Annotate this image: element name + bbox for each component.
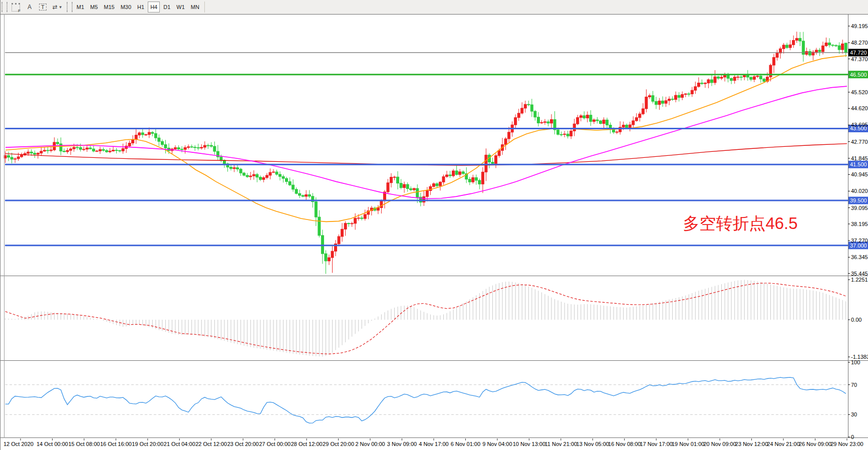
chart-canvas[interactable]: 47.72046.50043.50041.50039.50037.00049.1… <box>1 14 868 450</box>
svg-text:19 Nov 01:00: 19 Nov 01:00 <box>672 441 704 447</box>
svg-text:16 Oct 16:00: 16 Oct 16:00 <box>100 441 132 447</box>
svg-text:40.945: 40.945 <box>851 171 868 177</box>
svg-text:21 Oct 04:00: 21 Oct 04:00 <box>164 441 195 447</box>
svg-text:6 Nov 01:00: 6 Nov 01:00 <box>451 441 480 447</box>
svg-text:48.270: 48.270 <box>851 40 868 46</box>
svg-text:70: 70 <box>851 382 857 388</box>
timeframe-button-group: M1M5M15M30H1H4D1W1MN <box>74 2 202 13</box>
timeframe-button-m5[interactable]: M5 <box>88 2 100 13</box>
timeframe-button-m1[interactable]: M1 <box>74 2 87 13</box>
timeframe-button-m30[interactable]: M30 <box>118 2 134 13</box>
svg-text:22 Oct 12:00: 22 Oct 12:00 <box>195 441 227 447</box>
chevron-down-icon: ▼ <box>59 5 63 10</box>
toolbar-drag-handle[interactable] <box>67 2 73 12</box>
svg-text:17 Nov 17:00: 17 Nov 17:00 <box>640 441 672 447</box>
svg-text:42.770: 42.770 <box>851 139 868 145</box>
svg-text:23 Nov 12:00: 23 Nov 12:00 <box>735 441 768 447</box>
svg-text:23 Oct 20:00: 23 Oct 20:00 <box>227 441 259 447</box>
svg-text:1.2251: 1.2251 <box>851 277 868 283</box>
svg-text:38.195: 38.195 <box>851 221 868 227</box>
svg-text:35.445: 35.445 <box>851 271 868 277</box>
svg-text:10 Nov 13:00: 10 Nov 13:00 <box>513 441 545 447</box>
svg-text:14 Oct 00:00: 14 Oct 00:00 <box>37 441 68 447</box>
svg-text:20 Nov 09:00: 20 Nov 09:00 <box>703 441 736 447</box>
svg-text:3 Nov 09:00: 3 Nov 09:00 <box>387 441 417 447</box>
svg-text:47.720: 47.720 <box>850 50 867 56</box>
svg-text:49.195: 49.195 <box>851 23 868 29</box>
svg-text:27 Oct 00:00: 27 Oct 00:00 <box>259 441 291 447</box>
svg-text:13 Nov 05:00: 13 Nov 05:00 <box>576 441 609 447</box>
timeframe-button-w1[interactable]: W1 <box>174 2 187 13</box>
svg-text:0.00: 0.00 <box>851 317 861 323</box>
svg-text:28 Oct 12:00: 28 Oct 12:00 <box>291 441 323 447</box>
timeframe-button-h4[interactable]: H4 <box>148 2 160 13</box>
toolbar-drag-handle[interactable] <box>2 2 8 12</box>
svg-text:4 Nov 17:00: 4 Nov 17:00 <box>419 441 448 447</box>
annotation-text[interactable]: 多空转折点46.5 <box>683 214 797 233</box>
svg-text:29 Oct 20:00: 29 Oct 20:00 <box>323 441 354 447</box>
svg-text:39.500: 39.500 <box>850 197 867 203</box>
cycle-arrows-icon: ⇄ <box>53 4 58 10</box>
timeframe-button-m15[interactable]: M15 <box>101 2 117 13</box>
timeframe-button-d1[interactable]: D1 <box>161 2 173 13</box>
svg-text:36.345: 36.345 <box>851 254 868 260</box>
svg-text:29 Nov 23:00: 29 Nov 23:00 <box>830 441 863 447</box>
svg-text:9 Nov 04:00: 9 Nov 04:00 <box>482 441 512 447</box>
svg-text:37.270: 37.270 <box>851 238 868 244</box>
svg-text:15 Oct 08:00: 15 Oct 08:00 <box>68 441 100 447</box>
text-label-button[interactable]: A <box>24 2 36 13</box>
svg-text:46.500: 46.500 <box>850 72 867 78</box>
letter-t-icon: T <box>39 4 47 11</box>
svg-text:11 Nov 21:00: 11 Nov 21:00 <box>545 441 577 447</box>
svg-text:100: 100 <box>851 359 860 365</box>
svg-text:12 Oct 2020: 12 Oct 2020 <box>4 441 34 447</box>
svg-text:43.695: 43.695 <box>851 122 868 128</box>
cycle-arrows-button[interactable]: ⇄ ▼ <box>50 2 65 13</box>
toolbar: F A T ⇄ ▼ M1M5M15M30H1H4D1W1MN <box>1 0 868 15</box>
svg-text:26 Nov 09:00: 26 Nov 09:00 <box>799 441 831 447</box>
svg-text:19 Oct 20:00: 19 Oct 20:00 <box>132 441 163 447</box>
svg-text:30: 30 <box>851 411 857 417</box>
grid-f-icon: F <box>12 3 20 12</box>
toolbar-separator <box>204 2 205 13</box>
mt4-window: F A T ⇄ ▼ M1M5M15M30H1H4D1W1MN ▼UKOil-,H… <box>0 0 868 450</box>
timeframe-button-mn[interactable]: MN <box>188 2 202 13</box>
svg-text:24 Nov 21:00: 24 Nov 21:00 <box>767 441 799 447</box>
svg-text:41.845: 41.845 <box>851 155 868 161</box>
letter-a-icon: A <box>28 4 32 10</box>
timeframe-button-h1[interactable]: H1 <box>135 2 147 13</box>
svg-text:16 Nov 08:00: 16 Nov 08:00 <box>608 441 641 447</box>
svg-text:0: 0 <box>851 434 854 440</box>
expert-grid-button[interactable]: F <box>9 2 23 13</box>
svg-text:41.500: 41.500 <box>850 161 867 167</box>
svg-text:39.095: 39.095 <box>851 205 868 211</box>
svg-text:44.620: 44.620 <box>851 105 868 111</box>
text-box-button[interactable]: T <box>37 2 49 13</box>
svg-text:40.020: 40.020 <box>851 188 868 194</box>
svg-text:2 Nov 00:00: 2 Nov 00:00 <box>355 441 385 447</box>
svg-text:45.520: 45.520 <box>851 89 868 95</box>
svg-text:47.370: 47.370 <box>851 56 868 62</box>
